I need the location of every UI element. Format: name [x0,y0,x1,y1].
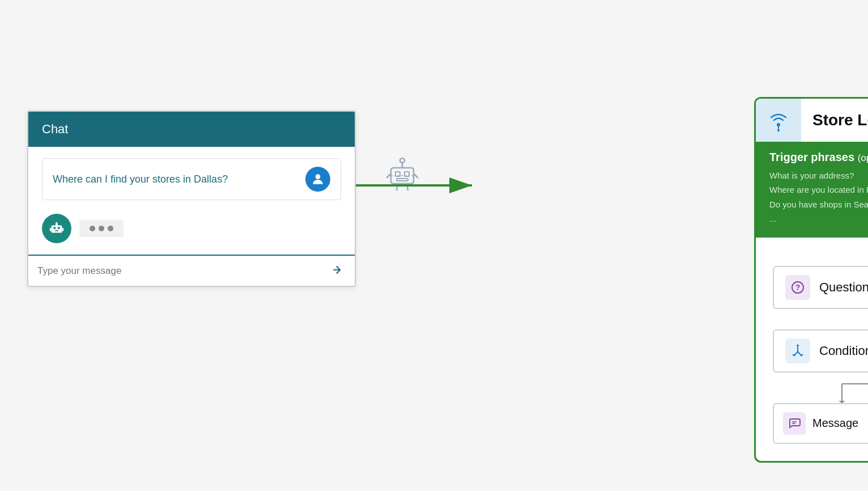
bot-avatar [42,214,71,243]
branch-nodes: Message Redirect [773,403,868,444]
send-button[interactable] [331,263,346,279]
svg-rect-3 [58,227,60,229]
branch-container: Message Redirect [773,373,868,444]
svg-text:?: ? [795,283,801,292]
question-icon: ? [790,280,805,295]
svg-point-0 [316,174,321,179]
trigger-phrases-box: Trigger phrases (optional) What is your … [756,142,868,238]
user-icon [310,172,325,187]
trigger-phrase-1: What is your address? [769,168,868,183]
svg-point-25 [777,129,780,132]
svg-rect-8 [62,228,63,231]
flow-nodes: ? Question [756,238,868,461]
chat-typing-indicator [79,220,124,237]
question-node[interactable]: ? Question [773,266,868,309]
chat-input-row[interactable] [28,255,355,286]
main-arrow [356,173,480,198]
chat-message-bubble: Where can I find your stores in Dallas? [42,158,341,200]
trigger-header: Store Locations [756,99,868,142]
message-icon [788,417,801,430]
trigger-phrase-2: Where are you located in Redmond? [769,183,868,197]
svg-marker-33 [796,344,799,346]
chat-message-text: Where can I find your stores in Dallas? [53,173,228,185]
svg-rect-2 [53,227,56,229]
message-node[interactable]: Message [773,403,868,444]
trigger-title-box: Store Locations [801,99,868,142]
trigger-optional: (optional) [858,153,868,163]
svg-rect-1 [52,225,62,232]
trigger-wifi-icon [767,109,790,132]
message-label: Message [812,417,858,430]
condition-label: Condition [819,344,868,358]
user-avatar [305,167,330,192]
chat-title: Chat [42,122,68,136]
chat-input[interactable] [37,265,331,277]
trigger-icon-box [756,99,801,142]
svg-rect-7 [50,228,52,231]
trigger-phrase-ellipsis: ... [769,211,868,226]
typing-dot-2 [99,226,104,231]
trigger-phrases-title: Trigger phrases (optional) [769,151,868,164]
chat-bot-row [42,214,341,243]
flow-panel: Store Locations Trigger phrases (optiona… [754,97,868,463]
condition-icon [790,344,805,358]
question-icon-box: ? [785,275,810,300]
condition-node[interactable]: Condition [773,329,868,373]
typing-dot-3 [108,226,113,231]
svg-point-15 [400,158,405,163]
message-icon-box [783,412,806,435]
chat-header: Chat [28,112,355,147]
flow-title: Store Locations [812,111,868,129]
bot-icon [48,220,65,237]
chat-panel: Chat Where can I find your stores in Dal… [27,111,356,287]
trigger-phrase-3: Do you have shops in Seattle? [769,197,868,212]
canvas: Chat Where can I find your stores in Dal… [0,0,868,491]
condition-icon-box [785,338,810,363]
branch-lines-svg [774,373,868,403]
typing-dot-1 [90,226,95,231]
send-icon [331,263,346,277]
svg-point-6 [56,222,58,225]
question-label: Question [819,280,868,295]
chat-body: Where can I find your stores in Dallas? [28,147,355,255]
svg-rect-4 [55,230,58,231]
